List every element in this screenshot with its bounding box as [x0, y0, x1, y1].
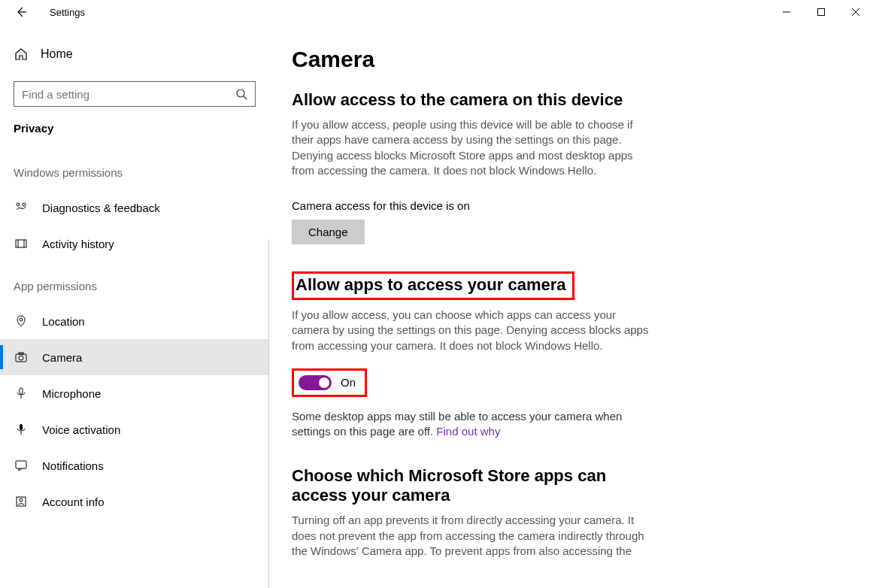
- section-app-access: Allow apps to access your camera If you …: [292, 271, 843, 439]
- svg-rect-19: [16, 461, 26, 468]
- highlight-app-access-title: Allow apps to access your camera: [292, 271, 574, 300]
- sidebar-home-label: Home: [41, 47, 73, 61]
- sidebar-item-account[interactable]: Account info: [0, 483, 269, 520]
- svg-point-21: [20, 499, 23, 502]
- sidebar-item-label: Voice activation: [42, 423, 120, 436]
- svg-rect-14: [19, 353, 23, 354]
- highlight-app-access-toggle: On: [292, 368, 367, 397]
- group-app-permissions: App permissions: [0, 262, 269, 303]
- app-access-toggle[interactable]: [299, 375, 332, 390]
- svg-rect-15: [20, 388, 23, 394]
- sidebar-item-label: Notifications: [42, 459, 104, 472]
- sidebar-item-label: Microphone: [42, 387, 101, 400]
- minimize-button[interactable]: [769, 0, 804, 24]
- microphone-icon: [14, 386, 29, 401]
- desktop-apps-note: Some desktop apps may still be able to a…: [292, 409, 638, 440]
- activity-icon: [14, 236, 29, 251]
- page-title: Camera: [292, 47, 843, 72]
- location-icon: [14, 314, 29, 329]
- svg-point-7: [23, 203, 26, 206]
- sidebar-item-diagnostics[interactable]: Diagnostics & feedback: [0, 189, 269, 226]
- sidebar-item-voice[interactable]: Voice activation: [0, 411, 269, 447]
- diagnostics-icon: [14, 200, 29, 215]
- notifications-icon: [14, 458, 29, 473]
- toggle-state-label: On: [341, 376, 356, 389]
- sidebar-item-notifications[interactable]: Notifications: [0, 447, 269, 483]
- sidebar-item-microphone[interactable]: Microphone: [0, 375, 269, 411]
- window-title: Settings: [50, 7, 85, 18]
- svg-point-11: [20, 318, 23, 321]
- voice-icon: [14, 422, 29, 437]
- choose-apps-desc: Turning off an app prevents it from dire…: [292, 513, 653, 559]
- section-choose-apps: Choose which Microsoft Store apps can ac…: [292, 466, 843, 559]
- sidebar-category: Privacy: [0, 122, 269, 148]
- maximize-button[interactable]: [804, 0, 838, 24]
- device-access-desc: If you allow access, people using this d…: [292, 117, 653, 178]
- svg-line-5: [244, 96, 247, 99]
- svg-rect-8: [16, 240, 26, 247]
- sidebar: Home Privacy Windows permissions Diagnos…: [0, 24, 269, 588]
- device-access-title: Allow access to the camera on this devic…: [292, 90, 843, 110]
- sidebar-item-label: Camera: [42, 351, 82, 364]
- svg-rect-1: [818, 9, 825, 16]
- sidebar-item-camera[interactable]: Camera: [0, 339, 269, 375]
- sidebar-item-label: Location: [42, 315, 85, 328]
- change-button[interactable]: Change: [292, 220, 365, 244]
- group-windows-permissions: Windows permissions: [0, 148, 269, 189]
- sidebar-home[interactable]: Home: [0, 39, 269, 69]
- svg-point-13: [19, 356, 23, 360]
- app-access-desc: If you allow access, you can choose whic…: [292, 308, 653, 353]
- search-input[interactable]: [14, 81, 256, 107]
- sidebar-item-label: Activity history: [42, 238, 114, 250]
- device-access-status: Camera access for this device is on: [292, 199, 843, 212]
- section-device-access: Allow access to the camera on this devic…: [292, 90, 843, 244]
- svg-rect-17: [20, 424, 23, 430]
- sidebar-item-location[interactable]: Location: [0, 303, 269, 339]
- sidebar-item-activity[interactable]: Activity history: [0, 226, 269, 262]
- search-field[interactable]: [22, 88, 235, 101]
- main-content: Camera Allow access to the camera on thi…: [269, 24, 873, 588]
- sidebar-item-label: Diagnostics & feedback: [42, 202, 160, 214]
- close-button[interactable]: [838, 0, 873, 24]
- home-icon: [14, 47, 29, 62]
- titlebar: Settings: [0, 0, 873, 24]
- svg-point-4: [237, 89, 244, 97]
- app-access-title: Allow apps to access your camera: [296, 275, 566, 295]
- svg-point-6: [17, 203, 20, 206]
- back-button[interactable]: [14, 5, 29, 20]
- sidebar-item-label: Account info: [42, 496, 105, 508]
- search-icon: [235, 88, 247, 100]
- find-out-why-link[interactable]: Find out why: [436, 425, 500, 438]
- account-icon: [14, 494, 29, 509]
- camera-icon: [14, 350, 29, 365]
- choose-apps-title: Choose which Microsoft Store apps can ac…: [292, 466, 653, 505]
